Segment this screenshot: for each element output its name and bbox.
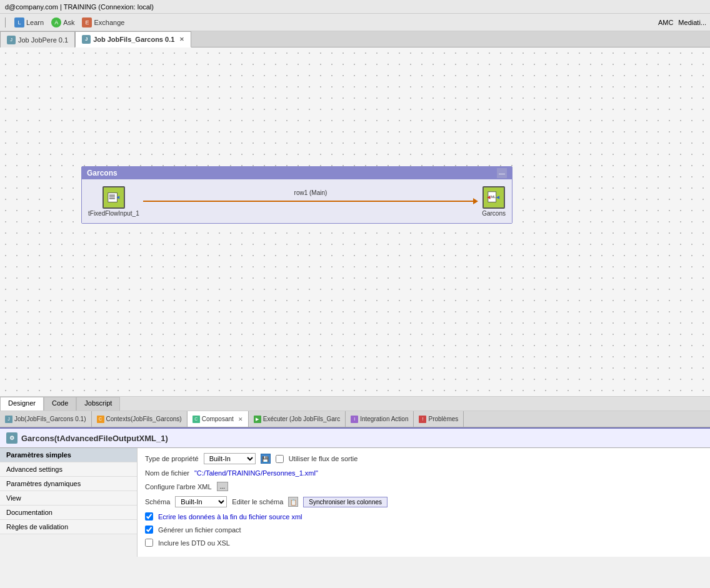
jobpere-tab-label: Job JobPere 0.1 [18, 36, 68, 44]
diagram-minimize-button[interactable]: — [497, 168, 507, 178]
amc-label: AMC [658, 19, 673, 26]
sidebar-item-advanced[interactable]: Advanced settings [0, 462, 137, 477]
tab-jobpere[interactable]: J Job JobPere 0.1 [0, 31, 75, 47]
panel-tab-problemes[interactable]: ! Problèmes [414, 411, 464, 427]
compact-checkbox-row: Générer un fichier compact [145, 526, 702, 534]
save-icon[interactable]: 💾 [261, 454, 271, 464]
flux-label: Utiliser le flux de sortie [289, 455, 358, 462]
flux-checkbox[interactable] [276, 455, 284, 463]
edit-schema-icon[interactable]: 📋 [288, 497, 298, 507]
sidebar-item-view[interactable]: View [0, 491, 137, 506]
sidebar-item-documentation[interactable]: Documentation [0, 506, 137, 520]
properties-title-icon: ⚙ [6, 432, 18, 444]
source-component[interactable]: tFixedFlowInput_1 [88, 186, 139, 217]
connection-line: row1 (Main) [143, 198, 478, 204]
property-type-row: Type de propriété Built-In Repository 💾 … [145, 453, 702, 464]
learn-button[interactable]: L Learn [14, 17, 44, 27]
properties-content: Type de propriété Built-In Repository 💾 … [138, 448, 710, 557]
properties-title: ⚙ Garcons(tAdvancedFileOutputXML_1) [0, 429, 710, 448]
sync-columns-button[interactable]: Synchroniser les colonnes [303, 497, 388, 507]
panel-tab-problemes-icon: ! [419, 416, 426, 423]
sidebar-item-parametres-simples[interactable]: Paramètres simples [0, 448, 137, 462]
panel-tab-integration-label: Integration Action [360, 416, 408, 422]
connection-info: d@company.com | TRAINING (Connexion: loc… [5, 3, 154, 11]
panel-tab-contexts-label: Contexts(JobFils_Garcons) [106, 416, 182, 422]
jobfils-tab-icon: J [82, 35, 91, 44]
panel-tab-contexts[interactable]: C Contexts(JobFils_Garcons) [92, 411, 188, 427]
filename-value: "C:/Talend/TRAINING/Personnes_1.xml" [194, 469, 318, 477]
diagram-header: Garcons — [82, 167, 512, 179]
configure-xml-row: Configure l'arbre XML ... [145, 482, 702, 491]
canvas-area[interactable]: Garcons — [0, 47, 710, 396]
write-checkbox-row: Ecrire les données à la fin du fichier s… [145, 512, 702, 521]
exchange-label: Exchange [94, 19, 124, 26]
panel-tab-executer[interactable]: ▶ Exécuter (Job JobFils_Garc [249, 411, 346, 427]
code-tab-label: Code [52, 399, 68, 407]
job-diagram: Garcons — [81, 166, 519, 229]
top-bar: d@company.com | TRAINING (Connexion: loc… [0, 0, 710, 14]
tab-jobfils[interactable]: J Job JobFils_Garcons 0.1 ✕ [75, 31, 191, 47]
designer-tab-label: Designer [8, 399, 36, 407]
job-tabs: J Job JobPere 0.1 J Job JobFils_Garcons … [0, 31, 710, 47]
panel-tab-executer-label: Exécuter (Job JobFils_Garc [263, 416, 340, 422]
target-component-icon: XML [482, 186, 505, 209]
sidebar-item-documentation-label: Documentation [6, 509, 52, 516]
write-checkbox[interactable] [145, 512, 153, 521]
panel-tab-integration-icon: I [351, 416, 358, 423]
code-tab[interactable]: Code [44, 397, 76, 411]
design-canvas[interactable]: Garcons — [0, 47, 710, 396]
properties-body: Paramètres simples Advanced settings Par… [0, 448, 710, 557]
dtd-checkbox[interactable] [145, 539, 153, 547]
sidebar-item-regles-label: Règles de validation [6, 523, 68, 531]
sidebar-item-regles[interactable]: Règles de validation [0, 520, 137, 534]
properties-title-text: Garcons(tAdvancedFileOutputXML_1) [21, 434, 168, 443]
filename-label: Nom de fichier [145, 469, 189, 477]
compact-checkbox[interactable] [145, 526, 153, 534]
jobscript-tab-label: Jobscript [84, 399, 112, 407]
target-component-label: Garcons [482, 210, 506, 217]
panel-tab-integration[interactable]: I Integration Action [346, 411, 414, 427]
diagram-box: Garcons — [81, 166, 512, 224]
sidebar-item-dynamiques-label: Paramètres dynamiques [6, 480, 81, 487]
dtd-label: Inclure les DTD ou XSL [158, 539, 230, 547]
ask-button[interactable]: A Ask [51, 17, 74, 27]
property-type-label: Type de propriété [145, 455, 199, 462]
compact-label: Générer un fichier compact [158, 526, 241, 534]
flow-line [143, 201, 473, 202]
configure-xml-browse-button[interactable]: ... [217, 482, 228, 491]
designer-tabs: Designer Code Jobscript [0, 396, 710, 411]
sidebar-item-view-label: View [6, 494, 21, 502]
source-component-label: tFixedFlowInput_1 [88, 210, 139, 217]
panel-tab-composant-close[interactable]: ✕ [238, 416, 243, 422]
sidebar-item-dynamiques[interactable]: Paramètres dynamiques [0, 477, 137, 491]
schema-select[interactable]: Built-In Repository [175, 496, 227, 507]
designer-tab[interactable]: Designer [0, 397, 44, 411]
tab-close-jobfils[interactable]: ✕ [179, 36, 184, 42]
ask-icon: A [51, 17, 61, 27]
mediati-label: Mediati... [678, 19, 706, 26]
connection-label: row1 (Main) [294, 189, 328, 196]
canvas-section: Garcons — [0, 47, 710, 411]
panel-tabs: J Job(JobFils_Garcons 0.1) C Contexts(Jo… [0, 411, 710, 427]
edit-schema-label: Editer le schéma [232, 498, 283, 506]
filename-row: Nom de fichier "C:/Talend/TRAINING/Perso… [145, 469, 702, 477]
exchange-button[interactable]: E Exchange [82, 17, 124, 27]
panel-tab-job-label: Job(JobFils_Garcons 0.1) [14, 416, 86, 422]
property-type-select[interactable]: Built-In Repository [204, 453, 256, 464]
diagram-title: Garcons [87, 169, 118, 177]
svg-marker-7 [496, 196, 500, 199]
panel-tab-job[interactable]: J Job(JobFils_Garcons 0.1) [0, 411, 92, 427]
fixed-flow-svg [107, 191, 121, 204]
jobpere-tab-icon: J [7, 36, 16, 44]
panel-tab-contexts-icon: C [97, 416, 104, 423]
target-component[interactable]: XML Garcons [482, 186, 506, 217]
source-component-icon [102, 186, 125, 209]
ask-label: Ask [63, 19, 74, 26]
configure-xml-label: Configure l'arbre XML [145, 483, 212, 491]
toolbar-right: AMC Mediati... [658, 19, 706, 26]
write-label: Ecrire les données à la fin du fichier s… [158, 513, 302, 521]
sidebar-item-advanced-label: Advanced settings [6, 466, 62, 473]
output-xml-svg: XML [487, 191, 501, 204]
panel-tab-composant[interactable]: C Composant ✕ [188, 411, 249, 427]
jobscript-tab[interactable]: Jobscript [76, 397, 120, 411]
